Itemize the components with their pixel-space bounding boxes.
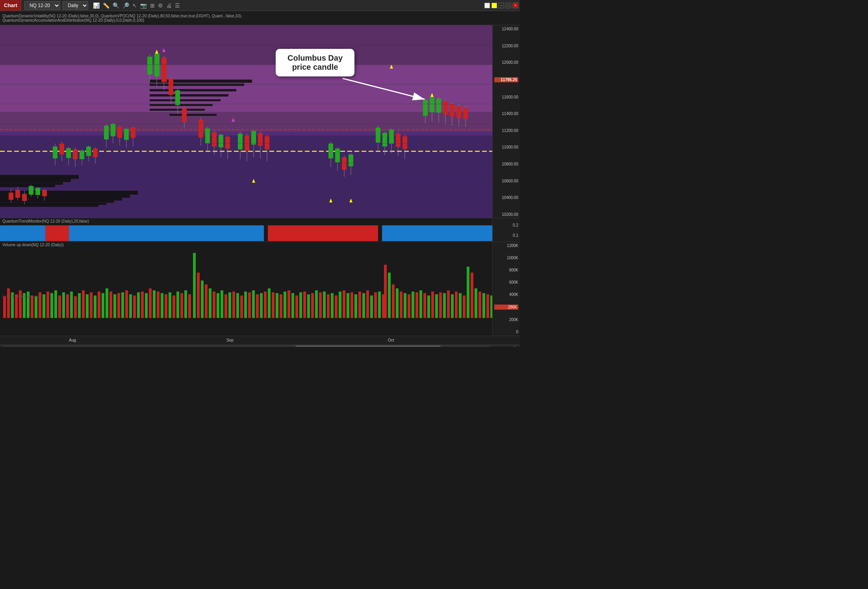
volume-axis: 1200K 1000K 800K 600K 400K 286K 200K 0 bbox=[492, 242, 520, 336]
svg-rect-222 bbox=[295, 295, 298, 318]
settings-icon[interactable]: ⚙ bbox=[158, 2, 163, 9]
svg-rect-213 bbox=[260, 293, 263, 318]
svg-rect-239 bbox=[354, 294, 357, 318]
columbus-tooltip: Columbus Day price candle bbox=[276, 49, 354, 76]
svg-rect-218 bbox=[280, 294, 282, 318]
svg-rect-53 bbox=[111, 124, 115, 136]
svg-rect-18 bbox=[0, 198, 122, 201]
indicators-text: QuantumDynamicVolatility(NQ 12-20 (Daily… bbox=[0, 11, 520, 25]
svg-rect-33 bbox=[35, 188, 40, 195]
svg-rect-259 bbox=[439, 292, 442, 318]
zoom-out-icon[interactable]: 🔎 bbox=[122, 2, 129, 9]
svg-rect-170 bbox=[90, 292, 93, 318]
instrument-select[interactable]: NQ 12-20 bbox=[24, 1, 60, 10]
svg-rect-194 bbox=[172, 295, 175, 318]
svg-rect-59 bbox=[131, 128, 135, 138]
price-12400: 12400.00 bbox=[494, 27, 518, 31]
svg-rect-47 bbox=[86, 147, 91, 156]
svg-rect-229 bbox=[388, 273, 391, 318]
svg-rect-244 bbox=[374, 292, 377, 318]
svg-rect-126 bbox=[450, 104, 454, 117]
svg-rect-195 bbox=[176, 292, 179, 318]
svg-rect-176 bbox=[113, 294, 116, 318]
svg-rect-230 bbox=[319, 292, 322, 318]
maximize-button[interactable]: □ bbox=[506, 3, 511, 8]
vol-600k: 600K bbox=[494, 280, 518, 284]
chart-tab[interactable]: Chart bbox=[0, 0, 21, 11]
indicator-line2: QuantumDynamicAccumulationAndDistributio… bbox=[2, 18, 517, 22]
color-picker-2[interactable] bbox=[491, 3, 497, 8]
svg-rect-179 bbox=[125, 290, 128, 318]
svg-rect-189 bbox=[153, 290, 156, 318]
svg-rect-187 bbox=[145, 293, 148, 318]
svg-rect-200 bbox=[209, 288, 211, 318]
svg-rect-201 bbox=[213, 292, 215, 318]
volume-chart: Volume up down(NQ 12-20 (Daily)) bbox=[0, 242, 520, 336]
svg-rect-221 bbox=[291, 293, 294, 318]
list-icon[interactable]: ☰ bbox=[175, 2, 180, 9]
svg-rect-209 bbox=[244, 292, 247, 318]
svg-rect-198 bbox=[188, 294, 191, 318]
period-select[interactable]: Daily bbox=[63, 1, 88, 10]
svg-rect-231 bbox=[323, 292, 326, 318]
svg-rect-269 bbox=[479, 292, 481, 318]
print-icon[interactable]: 🖨 bbox=[166, 2, 172, 9]
svg-rect-11 bbox=[169, 114, 217, 116]
svg-rect-190 bbox=[157, 292, 160, 318]
svg-rect-264 bbox=[459, 293, 462, 318]
grid-icon[interactable]: ⊞ bbox=[150, 2, 155, 9]
svg-rect-225 bbox=[307, 294, 310, 318]
svg-rect-43 bbox=[73, 149, 78, 159]
svg-rect-212 bbox=[256, 294, 259, 318]
price-10200: 10200.00 bbox=[494, 212, 518, 217]
zoom-in-icon[interactable]: 🔍 bbox=[113, 2, 119, 9]
svg-rect-202 bbox=[217, 293, 219, 318]
svg-rect-103 bbox=[349, 154, 353, 166]
color-picker-1[interactable] bbox=[484, 3, 490, 8]
svg-rect-197 bbox=[184, 290, 187, 318]
svg-rect-49 bbox=[93, 149, 98, 157]
vol-286k: 286K bbox=[494, 305, 518, 310]
svg-rect-37 bbox=[53, 147, 57, 158]
price-10400: 10400.00 bbox=[494, 195, 518, 200]
scrollbar-thumb[interactable] bbox=[295, 346, 441, 347]
svg-rect-220 bbox=[287, 290, 290, 318]
svg-rect-61 bbox=[147, 57, 152, 74]
camera-icon[interactable]: 📷 bbox=[140, 2, 147, 9]
scrollbar-track[interactable] bbox=[2, 346, 490, 347]
vol-1000k: 1000K bbox=[494, 256, 518, 260]
bar-chart-icon[interactable]: 📊 bbox=[93, 2, 100, 9]
svg-rect-128 bbox=[456, 106, 461, 118]
svg-rect-146 bbox=[268, 225, 378, 241]
svg-rect-147 bbox=[382, 225, 492, 241]
pencil-icon[interactable]: ✏️ bbox=[103, 2, 109, 9]
svg-rect-211 bbox=[252, 290, 255, 318]
svg-rect-174 bbox=[106, 288, 108, 318]
price-11400: 11400.00 bbox=[494, 111, 518, 116]
svg-rect-248 bbox=[396, 288, 399, 318]
time-sep: Sep bbox=[226, 338, 234, 342]
svg-rect-258 bbox=[435, 294, 438, 318]
scrollbar-right-arrow[interactable]: ▶ bbox=[514, 345, 517, 347]
svg-rect-226 bbox=[311, 293, 314, 318]
price-chart-svg bbox=[0, 25, 492, 218]
time-oct: Oct bbox=[388, 338, 394, 342]
svg-rect-266 bbox=[467, 267, 469, 318]
svg-rect-175 bbox=[109, 292, 112, 318]
svg-rect-120 bbox=[430, 97, 434, 112]
svg-rect-257 bbox=[431, 292, 434, 318]
svg-rect-39 bbox=[59, 143, 64, 154]
minimize-button[interactable]: ─ bbox=[499, 3, 504, 8]
svg-rect-182 bbox=[201, 281, 204, 318]
svg-rect-240 bbox=[358, 292, 361, 318]
svg-rect-51 bbox=[104, 126, 109, 139]
svg-rect-148 bbox=[3, 296, 6, 318]
trend-01: 0.1 bbox=[494, 233, 518, 238]
cursor-icon[interactable]: ↖ bbox=[132, 2, 137, 9]
svg-rect-21 bbox=[0, 205, 98, 207]
time-axis: Aug Sep Oct bbox=[0, 336, 520, 344]
svg-rect-219 bbox=[284, 292, 286, 318]
svg-rect-260 bbox=[443, 293, 446, 318]
close-button[interactable]: ✕ bbox=[513, 3, 518, 8]
price-chart[interactable]: Columbus Day price candle 12400.00 12200… bbox=[0, 25, 520, 218]
